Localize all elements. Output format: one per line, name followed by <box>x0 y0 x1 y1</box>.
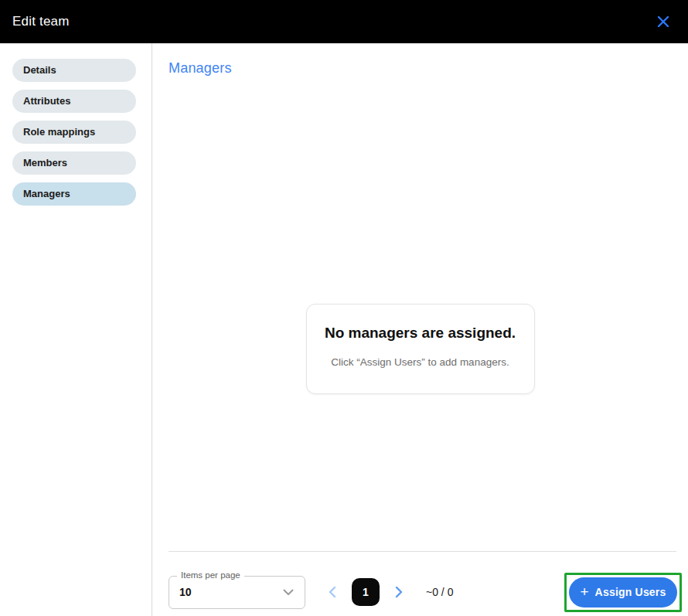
edit-team-dialog: Edit team Details Attributes Role mappin… <box>0 0 688 616</box>
sidebar-item-attributes[interactable]: Attributes <box>12 90 136 113</box>
chevron-down-icon <box>283 589 305 596</box>
assign-users-label: Assign Users <box>595 586 666 598</box>
empty-state-card: No managers are assigned. Click “Assign … <box>306 304 535 394</box>
annotation-highlight-box: + Assign Users <box>564 573 682 612</box>
items-per-page-select[interactable]: Items per page 10 <box>169 576 305 609</box>
items-per-page-value: 10 <box>169 586 192 598</box>
items-per-page-label: Items per page <box>177 570 244 580</box>
close-icon <box>656 15 670 29</box>
dialog-title: Edit team <box>12 14 70 29</box>
sidebar-item-role-mappings[interactable]: Role mappings <box>12 121 136 144</box>
page-range-label: ~0 / 0 <box>426 586 453 598</box>
page-title: Managers <box>169 60 232 77</box>
sidebar-item-managers[interactable]: Managers <box>12 182 136 206</box>
chevron-right-icon <box>395 586 403 598</box>
chevron-left-icon <box>329 586 336 598</box>
sidebar-item-details[interactable]: Details <box>12 59 136 82</box>
plus-icon: + <box>581 584 589 599</box>
sidebar-item-members[interactable]: Members <box>12 151 136 175</box>
sidebar: Details Attributes Role mappings Members… <box>0 43 152 616</box>
current-page-button[interactable]: 1 <box>352 578 380 606</box>
close-button[interactable] <box>652 11 674 32</box>
dialog-body: Details Attributes Role mappings Members… <box>0 43 688 616</box>
paginator: Items per page 10 1 <box>169 569 682 615</box>
dialog-header: Edit team <box>0 0 688 43</box>
managers-panel: Managers No managers are assigned. Click… <box>152 43 688 616</box>
next-page-button[interactable] <box>389 582 409 602</box>
empty-state-title: No managers are assigned. <box>322 325 519 342</box>
assign-users-button[interactable]: + Assign Users <box>569 577 677 607</box>
empty-state-subtitle: Click “Assign Users” to add managers. <box>322 356 519 368</box>
footer-divider <box>169 551 676 552</box>
previous-page-button[interactable] <box>322 582 342 602</box>
